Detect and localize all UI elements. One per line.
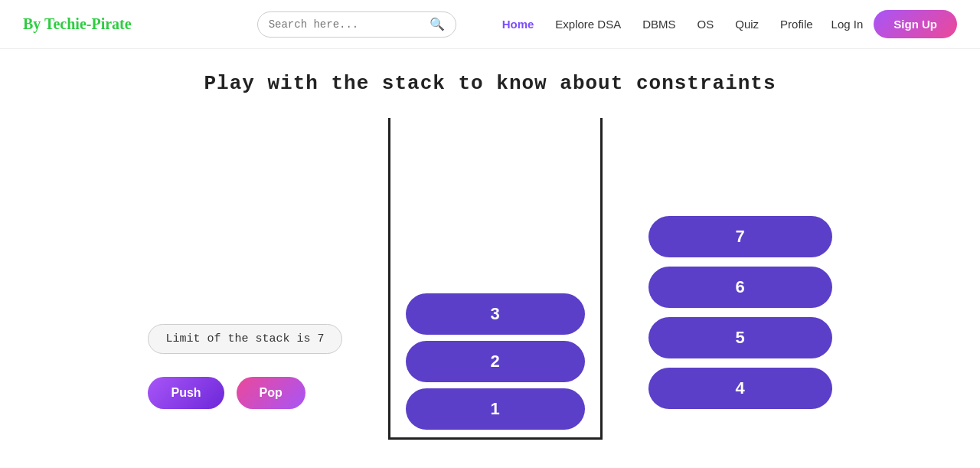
push-button[interactable]: Push	[148, 377, 224, 409]
content-area: Limit of the stack is 7 Push Pop 3 2 1 7…	[0, 118, 980, 440]
login-button[interactable]: Log In	[831, 18, 864, 31]
nav-link-explore-dsa[interactable]: Explore DSA	[555, 18, 621, 31]
right-panel: 7 6 5 4	[648, 216, 832, 440]
limit-badge: Limit of the stack is 7	[148, 324, 341, 354]
nav-link-dbms[interactable]: DBMS	[642, 18, 675, 31]
overflow-item-4: 4	[648, 368, 832, 409]
nav-link-profile[interactable]: Profile	[780, 18, 813, 31]
signup-button[interactable]: Sign Up	[874, 10, 957, 38]
nav-link-home[interactable]: Home	[502, 18, 534, 31]
navbar: By Techie-Pirate 🔍 Home Explore DSA DBMS…	[0, 0, 980, 49]
stack-item-2: 2	[406, 341, 585, 382]
left-panel: Limit of the stack is 7 Push Pop	[148, 324, 341, 440]
search-input[interactable]	[269, 18, 430, 31]
stack-container: 3 2 1	[388, 118, 603, 440]
search-icon[interactable]: 🔍	[430, 17, 445, 32]
button-row: Push Pop	[148, 377, 305, 409]
brand-logo: By Techie-Pirate	[23, 15, 132, 33]
main-content: Play with the stack to know about constr…	[0, 49, 980, 440]
nav-link-os[interactable]: OS	[697, 18, 714, 31]
overflow-item-7: 7	[648, 216, 832, 257]
page-title: Play with the stack to know about constr…	[204, 72, 776, 95]
nav-link-quiz[interactable]: Quiz	[735, 18, 759, 31]
stack-item-3: 3	[406, 293, 585, 335]
search-bar: 🔍	[257, 11, 456, 38]
pop-button[interactable]: Pop	[237, 377, 305, 409]
overflow-item-5: 5	[648, 317, 832, 358]
nav-links: Home Explore DSA DBMS OS Quiz Profile	[502, 18, 813, 31]
stack-item-1: 1	[406, 388, 585, 430]
overflow-item-6: 6	[648, 267, 832, 308]
